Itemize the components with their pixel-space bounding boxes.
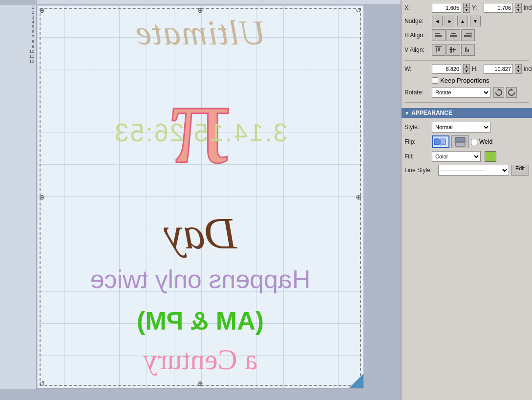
w-input[interactable] <box>432 64 461 74</box>
handle-top-right[interactable]: ↺ <box>355 6 362 14</box>
keep-proportions-label: Keep Proportions <box>440 77 489 84</box>
align-bottom-icon <box>464 46 472 54</box>
flip-row: Flip: Weld <box>404 135 529 148</box>
halign-row: H Align: <box>404 29 529 41</box>
svg-rect-8 <box>471 32 471 38</box>
y-input[interactable] <box>484 3 513 13</box>
valign-bottom-button[interactable] <box>461 44 475 56</box>
halign-left-button[interactable] <box>432 29 446 41</box>
fill-select[interactable]: Color <box>432 151 481 162</box>
svg-rect-10 <box>438 47 440 51</box>
rotate-select[interactable]: Rotate <box>432 87 490 98</box>
align-middle-v-icon <box>449 46 458 54</box>
h-label: H: <box>472 66 482 72</box>
x-spinner: ▲ ▼ <box>463 3 470 13</box>
halign-right-button[interactable] <box>461 29 475 41</box>
svg-rect-11 <box>435 46 442 47</box>
right-panel: X: ▲ ▼ Y: ▲ ▼ inch Nudge: ◄ ► ▲ ▼ H Alig… <box>401 0 532 400</box>
handle-top-center[interactable]: ⊕ <box>196 6 204 14</box>
h-spinner: ▲ ▼ <box>515 64 522 74</box>
line-style-label: Line Style: <box>404 167 436 174</box>
h-spin-down[interactable]: ▼ <box>515 69 522 74</box>
text-ampm[interactable]: (AM & PM) <box>37 306 363 335</box>
rotate-row: Rotate: Rotate <box>404 87 529 98</box>
fill-color-swatch[interactable] <box>485 151 496 162</box>
flip-vertical-button[interactable] <box>451 135 469 148</box>
ruler-top <box>37 0 401 5</box>
line-style-edit-button[interactable]: Edit <box>511 165 529 176</box>
style-row: Style: Normal <box>404 122 529 133</box>
nudge-right-button[interactable]: ► <box>445 16 455 26</box>
svg-rect-2 <box>435 32 435 38</box>
coords-unit: inch <box>524 4 532 11</box>
text-numbers[interactable]: 3.14.15 26:53 <box>37 118 363 147</box>
handle-middle-right[interactable]: ⊕ <box>355 193 362 201</box>
ruler-mark-5: 5 <box>0 24 36 29</box>
y-spin-down[interactable]: ▼ <box>515 8 522 13</box>
nudge-down-button[interactable]: ▼ <box>470 16 481 26</box>
nudge-up-button[interactable]: ▲ <box>457 16 468 26</box>
line-style-row: Line Style: ———————— Edit <box>404 165 529 176</box>
ruler-mark-7: 7 <box>0 34 36 39</box>
valign-top-button[interactable] <box>432 44 446 56</box>
x-spin-down[interactable]: ▼ <box>463 8 470 13</box>
nudge-label: Nudge: <box>404 18 430 24</box>
ruler-mark-8: 8 <box>0 39 36 44</box>
svg-rect-9 <box>436 47 437 52</box>
x-spin-up[interactable]: ▲ <box>463 3 470 8</box>
divider-2 <box>404 102 529 103</box>
ruler-mark-1: 1 <box>0 5 36 10</box>
appearance-arrow-icon: ▼ <box>404 111 409 116</box>
valign-group <box>432 44 475 56</box>
svg-rect-17 <box>464 53 471 53</box>
line-style-select[interactable]: ———————— <box>438 165 509 176</box>
nudge-left-button[interactable]: ◄ <box>432 16 443 26</box>
svg-rect-7 <box>464 35 471 37</box>
style-select[interactable]: Normal <box>432 122 490 133</box>
text-century[interactable]: a Century <box>37 343 363 377</box>
text-happens[interactable]: Happens only twice <box>37 265 363 294</box>
w-spin-up[interactable]: ▲ <box>463 64 470 69</box>
w-spinner: ▲ ▼ <box>463 64 470 74</box>
halign-group <box>432 29 475 41</box>
h-input[interactable] <box>484 64 513 74</box>
x-input[interactable] <box>432 3 461 13</box>
valign-row: V Align: <box>404 44 529 56</box>
design-canvas[interactable]: ⊕ ⊕ ↺ ⊕ ⊕ ↺ ⊕ ⊕ Ultimate π 3.14.15 26:53… <box>37 5 364 389</box>
text-day[interactable]: Day <box>37 208 363 259</box>
y-spinner: ▲ ▼ <box>515 3 522 13</box>
appearance-header: ▼ APPEARANCE <box>402 108 532 118</box>
handle-bottom-left[interactable]: ↺ <box>38 379 46 387</box>
ruler-mark-6: 6 <box>0 29 36 34</box>
keep-proportions-checkbox[interactable] <box>432 77 438 84</box>
w-spin-down[interactable]: ▼ <box>463 69 470 74</box>
text-pi[interactable]: π <box>37 64 363 181</box>
handle-middle-left[interactable]: ⊕ <box>38 193 46 201</box>
ruler-left: 1 2 3 4 5 6 7 8 9 10 11 12 <box>0 5 37 389</box>
rotate-cw-button[interactable] <box>493 87 504 98</box>
svg-rect-24 <box>455 142 465 146</box>
divider-1 <box>404 60 529 61</box>
x-label: X: <box>404 4 430 11</box>
halign-center-button[interactable] <box>447 29 460 41</box>
fill-label: Fill: <box>404 153 430 160</box>
flip-horizontal-button[interactable] <box>432 135 449 148</box>
valign-label: V Align: <box>404 46 430 53</box>
handle-top-left[interactable]: ⊕ <box>38 6 46 14</box>
flip-v-icon <box>453 137 467 147</box>
ruler-mark-4: 4 <box>0 20 36 24</box>
weld-checkbox[interactable] <box>471 139 477 145</box>
svg-rect-16 <box>468 49 469 52</box>
h-spin-up[interactable]: ▲ <box>515 64 522 69</box>
rotate-ccw-button[interactable] <box>506 87 517 98</box>
align-top-icon <box>434 46 443 54</box>
y-spin-up[interactable]: ▲ <box>515 3 522 8</box>
fill-row: Fill: Color <box>404 151 529 162</box>
svg-rect-21 <box>441 139 446 145</box>
selection-border <box>40 8 361 386</box>
text-ultimate[interactable]: Ultimate <box>37 13 363 53</box>
svg-rect-0 <box>435 33 440 34</box>
handle-bottom-center[interactable]: ⊕ <box>196 379 204 387</box>
valign-middle-button[interactable] <box>447 44 460 56</box>
align-center-h-icon <box>449 31 458 39</box>
